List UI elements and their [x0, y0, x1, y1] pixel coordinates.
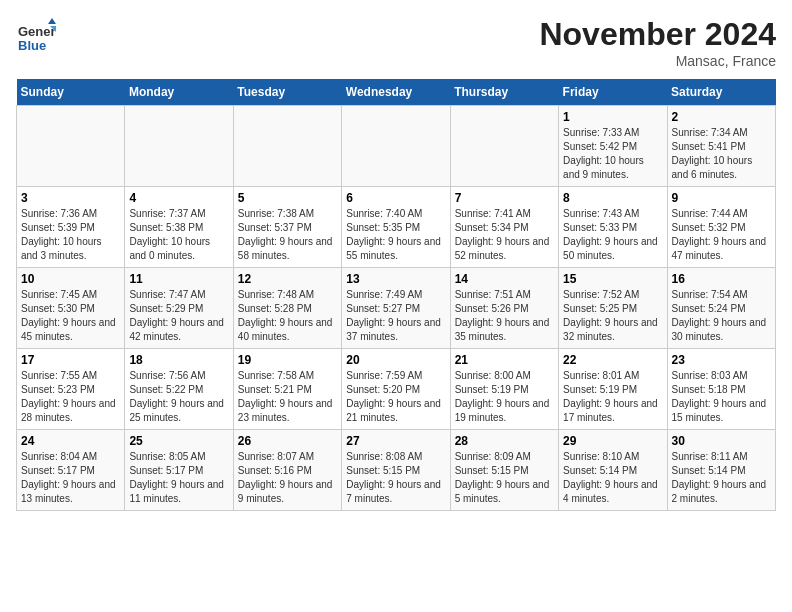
calendar-week-row: 1Sunrise: 7:33 AM Sunset: 5:42 PM Daylig…: [17, 106, 776, 187]
day-number: 8: [563, 191, 662, 205]
calendar-week-row: 17Sunrise: 7:55 AM Sunset: 5:23 PM Dayli…: [17, 349, 776, 430]
day-number: 6: [346, 191, 445, 205]
calendar-cell: 3Sunrise: 7:36 AM Sunset: 5:39 PM Daylig…: [17, 187, 125, 268]
day-number: 12: [238, 272, 337, 286]
day-number: 16: [672, 272, 771, 286]
day-info: Sunrise: 7:41 AM Sunset: 5:34 PM Dayligh…: [455, 207, 554, 263]
day-number: 27: [346, 434, 445, 448]
day-info: Sunrise: 7:56 AM Sunset: 5:22 PM Dayligh…: [129, 369, 228, 425]
day-info: Sunrise: 8:10 AM Sunset: 5:14 PM Dayligh…: [563, 450, 662, 506]
weekday-header: Wednesday: [342, 79, 450, 106]
day-info: Sunrise: 8:03 AM Sunset: 5:18 PM Dayligh…: [672, 369, 771, 425]
calendar-cell: [342, 106, 450, 187]
day-info: Sunrise: 8:09 AM Sunset: 5:15 PM Dayligh…: [455, 450, 554, 506]
day-info: Sunrise: 7:36 AM Sunset: 5:39 PM Dayligh…: [21, 207, 120, 263]
day-number: 9: [672, 191, 771, 205]
calendar-cell: 25Sunrise: 8:05 AM Sunset: 5:17 PM Dayli…: [125, 430, 233, 511]
calendar-cell: 21Sunrise: 8:00 AM Sunset: 5:19 PM Dayli…: [450, 349, 558, 430]
day-number: 28: [455, 434, 554, 448]
calendar-cell: 28Sunrise: 8:09 AM Sunset: 5:15 PM Dayli…: [450, 430, 558, 511]
day-info: Sunrise: 7:54 AM Sunset: 5:24 PM Dayligh…: [672, 288, 771, 344]
calendar-cell: 16Sunrise: 7:54 AM Sunset: 5:24 PM Dayli…: [667, 268, 775, 349]
calendar-cell: [450, 106, 558, 187]
day-number: 1: [563, 110, 662, 124]
day-info: Sunrise: 7:59 AM Sunset: 5:20 PM Dayligh…: [346, 369, 445, 425]
weekday-header: Thursday: [450, 79, 558, 106]
day-info: Sunrise: 7:48 AM Sunset: 5:28 PM Dayligh…: [238, 288, 337, 344]
day-number: 15: [563, 272, 662, 286]
day-number: 4: [129, 191, 228, 205]
calendar-cell: [17, 106, 125, 187]
calendar-cell: 22Sunrise: 8:01 AM Sunset: 5:19 PM Dayli…: [559, 349, 667, 430]
day-info: Sunrise: 8:07 AM Sunset: 5:16 PM Dayligh…: [238, 450, 337, 506]
calendar-week-row: 10Sunrise: 7:45 AM Sunset: 5:30 PM Dayli…: [17, 268, 776, 349]
day-info: Sunrise: 7:51 AM Sunset: 5:26 PM Dayligh…: [455, 288, 554, 344]
calendar-cell: 9Sunrise: 7:44 AM Sunset: 5:32 PM Daylig…: [667, 187, 775, 268]
calendar-cell: 8Sunrise: 7:43 AM Sunset: 5:33 PM Daylig…: [559, 187, 667, 268]
title-area: November 2024 Mansac, France: [539, 16, 776, 69]
calendar-cell: 29Sunrise: 8:10 AM Sunset: 5:14 PM Dayli…: [559, 430, 667, 511]
weekday-header: Saturday: [667, 79, 775, 106]
day-number: 2: [672, 110, 771, 124]
day-number: 29: [563, 434, 662, 448]
calendar-cell: 5Sunrise: 7:38 AM Sunset: 5:37 PM Daylig…: [233, 187, 341, 268]
svg-text:Blue: Blue: [18, 38, 46, 53]
calendar-cell: 13Sunrise: 7:49 AM Sunset: 5:27 PM Dayli…: [342, 268, 450, 349]
calendar-cell: 19Sunrise: 7:58 AM Sunset: 5:21 PM Dayli…: [233, 349, 341, 430]
day-info: Sunrise: 8:05 AM Sunset: 5:17 PM Dayligh…: [129, 450, 228, 506]
day-number: 14: [455, 272, 554, 286]
svg-marker-2: [48, 18, 56, 24]
day-info: Sunrise: 7:43 AM Sunset: 5:33 PM Dayligh…: [563, 207, 662, 263]
day-number: 11: [129, 272, 228, 286]
calendar-cell: 14Sunrise: 7:51 AM Sunset: 5:26 PM Dayli…: [450, 268, 558, 349]
day-number: 3: [21, 191, 120, 205]
day-number: 17: [21, 353, 120, 367]
day-number: 22: [563, 353, 662, 367]
day-number: 26: [238, 434, 337, 448]
day-info: Sunrise: 7:45 AM Sunset: 5:30 PM Dayligh…: [21, 288, 120, 344]
logo: General Blue: [16, 16, 60, 56]
day-number: 18: [129, 353, 228, 367]
calendar-cell: 6Sunrise: 7:40 AM Sunset: 5:35 PM Daylig…: [342, 187, 450, 268]
calendar-cell: [233, 106, 341, 187]
page-header: General Blue November 2024 Mansac, Franc…: [16, 16, 776, 69]
day-info: Sunrise: 7:49 AM Sunset: 5:27 PM Dayligh…: [346, 288, 445, 344]
calendar-cell: 15Sunrise: 7:52 AM Sunset: 5:25 PM Dayli…: [559, 268, 667, 349]
weekday-header: Friday: [559, 79, 667, 106]
calendar-cell: 27Sunrise: 8:08 AM Sunset: 5:15 PM Dayli…: [342, 430, 450, 511]
calendar-cell: 12Sunrise: 7:48 AM Sunset: 5:28 PM Dayli…: [233, 268, 341, 349]
calendar-cell: 4Sunrise: 7:37 AM Sunset: 5:38 PM Daylig…: [125, 187, 233, 268]
day-info: Sunrise: 7:33 AM Sunset: 5:42 PM Dayligh…: [563, 126, 662, 182]
calendar-cell: 18Sunrise: 7:56 AM Sunset: 5:22 PM Dayli…: [125, 349, 233, 430]
day-number: 21: [455, 353, 554, 367]
day-info: Sunrise: 7:47 AM Sunset: 5:29 PM Dayligh…: [129, 288, 228, 344]
calendar-cell: 17Sunrise: 7:55 AM Sunset: 5:23 PM Dayli…: [17, 349, 125, 430]
calendar-cell: 20Sunrise: 7:59 AM Sunset: 5:20 PM Dayli…: [342, 349, 450, 430]
day-number: 20: [346, 353, 445, 367]
calendar-cell: 26Sunrise: 8:07 AM Sunset: 5:16 PM Dayli…: [233, 430, 341, 511]
location: Mansac, France: [539, 53, 776, 69]
calendar-cell: 10Sunrise: 7:45 AM Sunset: 5:30 PM Dayli…: [17, 268, 125, 349]
day-info: Sunrise: 8:04 AM Sunset: 5:17 PM Dayligh…: [21, 450, 120, 506]
logo-icon: General Blue: [16, 16, 56, 56]
weekday-header-row: SundayMondayTuesdayWednesdayThursdayFrid…: [17, 79, 776, 106]
day-info: Sunrise: 8:01 AM Sunset: 5:19 PM Dayligh…: [563, 369, 662, 425]
day-info: Sunrise: 7:55 AM Sunset: 5:23 PM Dayligh…: [21, 369, 120, 425]
day-number: 7: [455, 191, 554, 205]
day-info: Sunrise: 8:11 AM Sunset: 5:14 PM Dayligh…: [672, 450, 771, 506]
day-info: Sunrise: 8:00 AM Sunset: 5:19 PM Dayligh…: [455, 369, 554, 425]
calendar-cell: [125, 106, 233, 187]
day-info: Sunrise: 8:08 AM Sunset: 5:15 PM Dayligh…: [346, 450, 445, 506]
day-number: 25: [129, 434, 228, 448]
weekday-header: Monday: [125, 79, 233, 106]
month-title: November 2024: [539, 16, 776, 53]
calendar-week-row: 3Sunrise: 7:36 AM Sunset: 5:39 PM Daylig…: [17, 187, 776, 268]
day-number: 24: [21, 434, 120, 448]
day-info: Sunrise: 7:38 AM Sunset: 5:37 PM Dayligh…: [238, 207, 337, 263]
calendar-table: SundayMondayTuesdayWednesdayThursdayFrid…: [16, 79, 776, 511]
day-info: Sunrise: 7:44 AM Sunset: 5:32 PM Dayligh…: [672, 207, 771, 263]
day-number: 30: [672, 434, 771, 448]
day-number: 19: [238, 353, 337, 367]
day-info: Sunrise: 7:34 AM Sunset: 5:41 PM Dayligh…: [672, 126, 771, 182]
day-info: Sunrise: 7:37 AM Sunset: 5:38 PM Dayligh…: [129, 207, 228, 263]
